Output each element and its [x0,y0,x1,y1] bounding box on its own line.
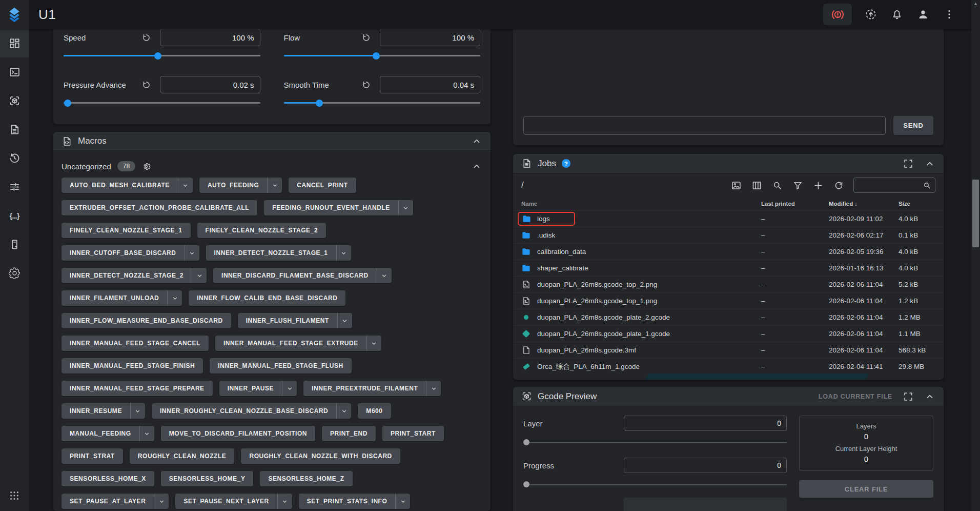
sidebar-item-gcode-preview[interactable] [0,86,29,115]
macro-button[interactable]: SENSORLESS_HOME_X [62,471,154,486]
macro-button[interactable]: INNER_FLUSH_FILAMENT [238,313,352,328]
sidebar-item-apps[interactable] [0,485,29,506]
refresh-icon[interactable] [833,180,844,191]
console-input[interactable] [523,116,886,135]
macro-button[interactable]: INNER_DETECT_NOZZLE_STAGE_2 [62,268,207,283]
macro-button[interactable]: INNER_MANUAL_FEED_STAGE_EXTRUDE [215,336,381,351]
table-row[interactable]: duopan_PLA_26m8s.gcode.3mf–2026-02-06 11… [513,342,944,358]
sidebar-item-machine[interactable] [0,230,29,259]
macro-button[interactable]: SENSORLESS_HOME_Z [260,471,352,486]
layer-slider[interactable] [523,439,787,446]
macro-button[interactable]: EXTRUDER_OFFSET_ACTION_PROBE_CALIBRATE_A… [62,200,257,215]
macro-dropdown-toggle[interactable] [154,494,169,509]
sidebar-item-dashboard[interactable] [0,29,29,57]
table-row[interactable]: calibration_data–2026-02-05 19:364.0 kB [513,243,944,260]
collapse-panel-icon[interactable] [924,158,935,169]
macro-button[interactable]: SET_PAUSE_AT_LAYER [62,494,169,509]
column-header-size[interactable]: Size [899,201,935,207]
search-icon[interactable] [923,181,931,190]
macro-dropdown-toggle[interactable] [366,336,381,351]
table-row[interactable]: duopan_PLA_26m8s.gcode_plate_1.gcode–202… [513,325,944,342]
column-header-last-printed[interactable]: Last printed [761,201,829,207]
collapse-group-icon[interactable] [471,161,482,172]
macro-dropdown-toggle[interactable] [139,426,154,441]
macro-dropdown-toggle[interactable] [377,268,392,283]
macro-button[interactable]: INNER_FLOW_CALIB_END_BASE_DISCARD [189,290,345,306]
control-value-input[interactable]: 0.02 s [160,76,260,93]
macro-button[interactable]: FEEDING_RUNOUT_EVENT_HANDLE [264,200,413,215]
reset-icon[interactable] [361,80,371,90]
table-row[interactable]: duopan_PLA_26m8s.gcode_top_2.png–2026-02… [513,276,944,292]
slider-handle[interactable] [154,52,161,60]
slider-handle[interactable] [373,52,380,60]
macro-button[interactable]: INNER_MANUAL_FEED_STAGE_FLUSH [210,358,351,374]
scroll-up-arrow[interactable]: ▲ [971,1,980,6]
fullscreen-icon[interactable] [903,158,914,169]
macro-button[interactable]: MANUAL_FEEDING [62,426,154,441]
macro-dropdown-toggle[interactable] [192,268,207,283]
macro-button[interactable]: FINELY_CLEAN_NOZZLE_STAGE_2 [197,223,326,238]
search-input[interactable] [859,182,923,189]
thumbnails-icon[interactable] [731,180,742,191]
macro-dropdown-toggle[interactable] [130,403,145,419]
macro-dropdown-toggle[interactable] [267,178,282,193]
collapse-panel-icon[interactable] [471,135,482,147]
macro-dropdown-toggle[interactable] [178,178,193,193]
macro-button[interactable]: CANCEL_PRINT [289,178,356,193]
sidebar-item-tune[interactable] [0,172,29,201]
macro-button[interactable]: M600 [358,403,391,419]
macro-button[interactable]: INNER_DISCARD_FILAMENT_BASE_DISCARD [213,268,392,283]
sidebar-item-settings[interactable] [0,259,29,287]
notifications-button[interactable] [890,7,904,22]
table-columns-icon[interactable] [751,180,762,191]
control-value-input[interactable]: 100 % [380,29,480,46]
column-header-name[interactable]: Name [521,201,761,207]
macro-button[interactable]: PRINT_END [322,426,376,441]
macro-button[interactable]: AUTO_BED_MESH_CALIBRATE [62,178,193,193]
macro-button[interactable]: INNER_MANUAL_FEED_STAGE_FINISH [62,358,203,374]
progress-slider[interactable] [523,481,787,488]
macro-button[interactable]: INNER_MANUAL_FEED_STAGE_CANCEL [62,336,209,351]
account-button[interactable] [916,7,930,22]
macro-button[interactable]: PRINT_STRAT [62,448,123,464]
layer-slider-handle[interactable] [523,439,529,445]
sidebar-item-files[interactable] [0,115,29,144]
table-row[interactable]: shaper_calibrate–2026-01-16 16:134.0 kB [513,260,944,276]
slider-handle[interactable] [316,100,323,107]
macro-button[interactable]: INNER_RESUME [62,403,145,419]
partially-visible-button[interactable] [624,498,787,511]
table-row[interactable]: duopan_PLA_26m8s.gcode_top_1.png–2026-02… [513,292,944,309]
macro-button[interactable]: ROUGHLY_CLEAN_NOZZLE_WITH_DISCARD [241,448,400,464]
column-header-modified[interactable]: Modified↓ [829,201,899,207]
macro-dropdown-toggle[interactable] [398,200,413,215]
control-slider[interactable] [64,47,260,65]
fullscreen-icon[interactable] [903,391,914,402]
progress-input[interactable]: 0 [624,458,787,473]
macro-dropdown-toggle[interactable] [185,245,199,261]
table-row[interactable]: logs–2026-02-09 11:024.0 kB [513,210,944,227]
macro-button[interactable]: AUTO_FEEDING [199,178,282,193]
clear-file-button[interactable]: CLEAR FILE [799,480,933,498]
macro-dropdown-toggle[interactable] [395,494,410,509]
progress-slider-handle[interactable] [523,481,529,487]
emergency-stop-button[interactable] [823,4,852,25]
macro-button[interactable]: INNER_FILAMENT_UNLOAD [62,290,182,306]
sidebar-item-configuration[interactable]: {...} [0,201,29,230]
gear-icon[interactable] [141,162,151,171]
macro-button[interactable]: ROUGHLY_CLEAN_NOZZLE [130,448,235,464]
macro-button[interactable]: INNER_ROUGHLY_CLEAN_NOZZLE_BASE_DISCARD [152,403,351,419]
reset-icon[interactable] [361,33,371,43]
macro-dropdown-toggle[interactable] [337,313,352,328]
macro-button[interactable]: FINELY_CLEAN_NOZZLE_STAGE_1 [62,223,191,238]
help-icon[interactable]: ? [562,159,570,168]
update-button[interactable] [864,7,878,22]
slider-handle[interactable] [64,100,71,107]
add-icon[interactable] [813,180,824,191]
macro-button[interactable]: PRINT_START [382,426,444,441]
macro-dropdown-toggle[interactable] [167,290,182,306]
macro-button[interactable]: INNER_FLOW_MEASURE_END_BASE_DISCARD [62,313,231,328]
macro-button[interactable]: SENSORLESS_HOME_Y [161,471,254,486]
macro-dropdown-toggle[interactable] [336,403,351,419]
macro-button[interactable]: INNER_PAUSE [219,381,297,396]
menu-button[interactable] [942,7,956,22]
